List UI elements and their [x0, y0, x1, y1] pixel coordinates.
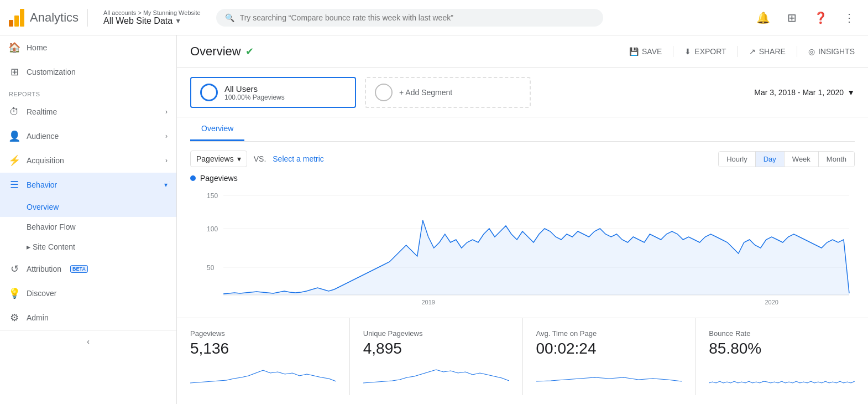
add-segment-button[interactable]: + Add Segment	[365, 77, 531, 108]
sidebar-item-audience[interactable]: 👤 Audience ›	[0, 124, 176, 148]
date-range-selector[interactable]: Mar 3, 2018 - Mar 1, 2020 ▼	[754, 88, 855, 97]
time-btn-month[interactable]: Month	[819, 152, 854, 167]
sidebar-sub-behavior-flow[interactable]: Behavior Flow	[0, 217, 176, 237]
save-icon: 💾	[629, 47, 639, 56]
sidebar-item-behavior[interactable]: ☰ Behavior ▾	[0, 173, 176, 197]
sidebar-item-realtime[interactable]: ⏱ Realtime ›	[0, 100, 176, 124]
export-icon: ⬇	[684, 47, 691, 56]
stats-row: Pageviews 5,136 Unique Pageviews 4,895	[177, 318, 868, 395]
notifications-icon[interactable]: 🔔	[753, 8, 773, 28]
chart-container: Overview Pageviews ▾ VS. Select a metric…	[177, 117, 868, 318]
realtime-expand-icon: ›	[165, 108, 168, 116]
metric-dropdown[interactable]: Pageviews ▾	[190, 151, 247, 167]
sidebar-item-discover[interactable]: 💡 Discover	[0, 281, 176, 305]
sidebar-item-acquisition[interactable]: ⚡ Acquisition ›	[0, 148, 176, 173]
export-button[interactable]: ⬇ EXPORT	[684, 47, 726, 56]
sidebar: 🏠 Home ⊞ Customization REPORTS ⏱ Realtim…	[0, 35, 177, 404]
stat-label-bounce-rate: Bounce Rate	[709, 329, 855, 338]
logo-bar-3	[20, 9, 24, 27]
svg-text:2020: 2020	[765, 299, 778, 305]
mini-chart-pageviews	[190, 362, 336, 384]
audience-icon: 👤	[9, 131, 20, 142]
attribution-beta-badge: BETA	[70, 265, 88, 273]
chart-legend: Pageviews	[190, 172, 855, 187]
chart-controls: Pageviews ▾ VS. Select a metric Hourly D…	[190, 142, 855, 172]
stat-card-pageviews: Pageviews 5,136	[177, 318, 350, 395]
apps-icon[interactable]: ⊞	[782, 8, 802, 28]
app-title: Analytics	[30, 11, 79, 25]
sidebar-item-admin[interactable]: ⚙ Admin	[0, 305, 176, 330]
search-input[interactable]	[240, 13, 594, 22]
behavior-icon: ☰	[9, 179, 20, 190]
sidebar-item-home[interactable]: 🏠 Home	[0, 35, 176, 60]
insights-button[interactable]: ◎ INSIGHTS	[808, 47, 855, 56]
time-btn-day[interactable]: Day	[756, 152, 785, 167]
svg-text:150: 150	[207, 192, 218, 200]
action-divider-3	[797, 46, 797, 57]
overview-actions: 💾 SAVE ⬇ EXPORT ↗ SHARE ◎ INSIGHTS	[629, 46, 855, 57]
date-range-text: Mar 3, 2018 - Mar 1, 2020	[754, 88, 844, 97]
customization-icon: ⊞	[9, 66, 20, 77]
time-btn-hourly[interactable]: Hourly	[719, 152, 756, 167]
tab-overview[interactable]: Overview	[190, 117, 244, 141]
attribution-icon: ↺	[9, 263, 20, 274]
sidebar-item-discover-label: Discover	[27, 289, 56, 298]
stat-card-unique-pageviews: Unique Pageviews 4,895	[350, 318, 523, 395]
svg-marker-9	[223, 220, 849, 295]
logo-bar-2	[14, 15, 19, 27]
admin-icon: ⚙	[9, 312, 20, 323]
segment-area: All Users 100.00% Pageviews + Add Segmen…	[177, 68, 868, 117]
realtime-icon: ⏱	[9, 106, 20, 117]
mini-chart-bounce-rate	[709, 362, 855, 384]
share-icon: ↗	[749, 47, 756, 56]
account-selector[interactable]: All Web Site Data ▼	[103, 16, 201, 26]
sidebar-item-customization[interactable]: ⊞ Customization	[0, 60, 176, 84]
logo-bar-1	[9, 20, 13, 27]
vs-text: VS.	[254, 154, 266, 163]
chart-area: 150 100 50 2019 2020	[190, 187, 855, 309]
home-icon: 🏠	[9, 42, 20, 53]
search-bar[interactable]: 🔍	[216, 9, 603, 27]
account-area: All accounts > My Stunning Website All W…	[95, 9, 210, 26]
sidebar-sub-overview[interactable]: Overview	[0, 197, 176, 217]
legend-label: Pageviews	[200, 174, 238, 183]
stat-label-pageviews: Pageviews	[190, 329, 336, 338]
svg-text:2019: 2019	[421, 299, 435, 305]
metric-dropdown-arrow: ▾	[237, 154, 241, 163]
sidebar-collapse-button[interactable]: ‹	[0, 330, 176, 353]
stat-card-bounce-rate: Bounce Rate 85.80%	[696, 318, 868, 395]
svg-text:50: 50	[207, 264, 215, 272]
save-button[interactable]: 💾 SAVE	[629, 47, 662, 56]
sidebar-sub-site-content[interactable]: ▸ Site Content	[0, 237, 176, 257]
logo-icon	[9, 9, 24, 27]
share-button[interactable]: ↗ SHARE	[749, 47, 786, 56]
metric-label: Pageviews	[196, 154, 234, 163]
discover-icon: 💡	[9, 288, 20, 299]
acquisition-expand-icon: ›	[165, 157, 168, 164]
main-layout: 🏠 Home ⊞ Customization REPORTS ⏱ Realtim…	[0, 35, 868, 404]
help-icon[interactable]: ❓	[811, 8, 830, 28]
add-segment-circle	[375, 84, 393, 101]
insights-icon: ◎	[808, 47, 815, 56]
account-dropdown-arrow: ▼	[175, 17, 181, 25]
action-divider-1	[673, 46, 673, 57]
more-options-icon[interactable]: ⋮	[839, 8, 859, 28]
select-metric-link[interactable]: Select a metric	[273, 154, 324, 163]
sidebar-item-attribution[interactable]: ↺ Attribution BETA	[0, 257, 176, 281]
account-name: All Web Site Data	[103, 16, 172, 26]
time-btn-week[interactable]: Week	[785, 152, 819, 167]
top-header: Analytics All accounts > My Stunning Web…	[0, 0, 868, 35]
legend-dot	[190, 175, 196, 181]
page-title: Overview ✔	[190, 44, 254, 59]
sidebar-item-behavior-label: Behavior	[27, 180, 57, 189]
sidebar-item-home-label: Home	[27, 43, 47, 52]
segment-info: All Users 100.00% Pageviews	[224, 84, 285, 101]
stat-value-bounce-rate: 85.80%	[709, 340, 855, 358]
segment-pct: 100.00% Pageviews	[224, 94, 285, 101]
all-users-segment[interactable]: All Users 100.00% Pageviews	[190, 77, 356, 108]
audience-expand-icon: ›	[165, 132, 168, 140]
reports-section-label: REPORTS	[0, 84, 176, 100]
sidebar-item-customization-label: Customization	[27, 68, 76, 76]
segment-circle	[200, 84, 218, 101]
stat-value-unique-pageviews: 4,895	[363, 340, 509, 358]
